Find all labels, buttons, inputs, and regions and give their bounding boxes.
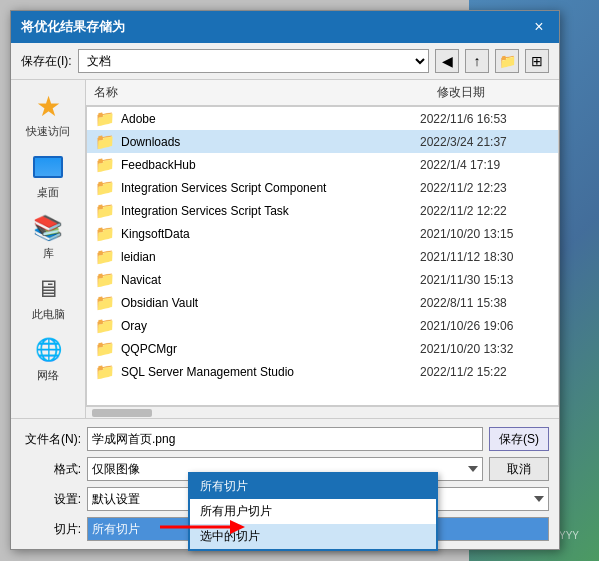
file-date: 2022/11/6 16:53 [420, 112, 550, 126]
network-icon: 🌐 [32, 334, 64, 366]
file-name: Oray [121, 319, 420, 333]
table-row[interactable]: 📁KingsoftData2021/10/20 13:15 [87, 222, 558, 245]
folder-icon: 📁 [95, 362, 115, 381]
folder-icon: 📁 [95, 178, 115, 197]
sidebar-item-quick-access[interactable]: ★ 快速访问 [16, 86, 81, 143]
table-row[interactable]: 📁Oray2021/10/26 19:06 [87, 314, 558, 337]
col-header-date[interactable]: 修改日期 [429, 83, 559, 102]
file-name: SQL Server Management Studio [121, 365, 420, 379]
table-row[interactable]: 📁Obsidian Vault2022/8/11 15:38 [87, 291, 558, 314]
file-name: Integration Services Script Task [121, 204, 420, 218]
view-button[interactable]: ⊞ [525, 49, 549, 73]
title-bar: 将优化结果存储为 × [11, 11, 559, 43]
sidebar-label-this-pc: 此电脑 [32, 307, 65, 322]
format-label: 格式: [21, 461, 81, 478]
file-name: FeedbackHub [121, 158, 420, 172]
desktop-icon [32, 151, 64, 183]
main-area: ★ 快速访问 桌面 📚 库 🖥 此电脑 [11, 80, 559, 418]
file-date: 2022/11/2 12:23 [420, 181, 550, 195]
new-folder-button[interactable]: 📁 [495, 49, 519, 73]
file-date: 2022/11/2 12:22 [420, 204, 550, 218]
folder-icon: 📁 [95, 132, 115, 151]
back-button[interactable]: ◀ [435, 49, 459, 73]
file-date: 2021/10/20 13:32 [420, 342, 550, 356]
table-row[interactable]: 📁Integration Services Script Task2022/11… [87, 199, 558, 222]
dropdown-item[interactable]: 所有切片 [190, 474, 436, 499]
sidebar-label-desktop: 桌面 [37, 185, 59, 200]
file-name: QQPCMgr [121, 342, 420, 356]
arrow-annotation [155, 512, 255, 545]
sidebar-item-desktop[interactable]: 桌面 [16, 147, 81, 204]
slices-label: 切片: [21, 521, 81, 538]
save-button[interactable]: 保存(S) [489, 427, 549, 451]
hscroll-area [86, 406, 559, 418]
folder-icon: 📁 [95, 224, 115, 243]
file-date: 2021/10/26 19:06 [420, 319, 550, 333]
table-row[interactable]: 📁leidian2021/11/12 18:30 [87, 245, 558, 268]
file-name: Adobe [121, 112, 420, 126]
filename-input[interactable] [87, 427, 483, 451]
column-headers: 名称 修改日期 [86, 80, 559, 106]
sidebar-item-library[interactable]: 📚 库 [16, 208, 81, 265]
file-date: 2021/11/30 15:13 [420, 273, 550, 287]
table-row[interactable]: 📁Downloads2022/3/24 21:37 [87, 130, 558, 153]
location-select[interactable]: 文档 [78, 49, 429, 73]
file-name: KingsoftData [121, 227, 420, 241]
settings-label: 设置: [21, 491, 81, 508]
sidebar-label-network: 网络 [37, 368, 59, 383]
table-row[interactable]: 📁QQPCMgr2021/10/20 13:32 [87, 337, 558, 360]
file-name: Downloads [121, 135, 420, 149]
toolbar: 保存在(I): 文档 ◀ ↑ 📁 ⊞ [11, 43, 559, 80]
file-date: 2022/8/11 15:38 [420, 296, 550, 310]
sidebar-label-quick-access: 快速访问 [26, 124, 70, 139]
col-header-name[interactable]: 名称 [86, 83, 429, 102]
folder-icon: 📁 [95, 293, 115, 312]
file-name: Obsidian Vault [121, 296, 420, 310]
file-date: 2022/1/4 17:19 [420, 158, 550, 172]
folder-icon: 📁 [95, 339, 115, 358]
sidebar-label-library: 库 [43, 246, 54, 261]
table-row[interactable]: 📁Integration Services Script Component20… [87, 176, 558, 199]
save-in-label: 保存在(I): [21, 53, 72, 70]
close-button[interactable]: × [529, 17, 549, 37]
folder-icon: 📁 [95, 155, 115, 174]
folder-icon: 📁 [95, 316, 115, 335]
folder-icon: 📁 [95, 247, 115, 266]
up-button[interactable]: ↑ [465, 49, 489, 73]
sidebar-item-network[interactable]: 🌐 网络 [16, 330, 81, 387]
file-date: 2021/11/12 18:30 [420, 250, 550, 264]
filename-label: 文件名(N): [21, 431, 81, 448]
sidebar: ★ 快速访问 桌面 📚 库 🖥 此电脑 [11, 80, 86, 418]
table-row[interactable]: 📁Adobe2022/11/6 16:53 [87, 107, 558, 130]
file-name: Navicat [121, 273, 420, 287]
file-list-area: 名称 修改日期 📁Adobe2022/11/6 16:53📁Downloads2… [86, 80, 559, 418]
svg-marker-1 [230, 520, 245, 534]
folder-icon: 📁 [95, 201, 115, 220]
library-icon: 📚 [32, 212, 64, 244]
star-icon: ★ [32, 90, 64, 122]
hscroll-thumb [92, 409, 152, 417]
file-date: 2022/11/2 15:22 [420, 365, 550, 379]
save-dialog: 将优化结果存储为 × 保存在(I): 文档 ◀ ↑ 📁 ⊞ ★ 快速访问 [10, 10, 560, 550]
table-row[interactable]: 📁FeedbackHub2022/1/4 17:19 [87, 153, 558, 176]
sidebar-item-this-pc[interactable]: 🖥 此电脑 [16, 269, 81, 326]
file-name: Integration Services Script Component [121, 181, 420, 195]
file-list[interactable]: 📁Adobe2022/11/6 16:53📁Downloads2022/3/24… [86, 106, 559, 406]
file-date: 2022/3/24 21:37 [420, 135, 550, 149]
folder-icon: 📁 [95, 109, 115, 128]
file-name: leidian [121, 250, 420, 264]
table-row[interactable]: 📁Navicat2021/11/30 15:13 [87, 268, 558, 291]
dialog-title: 将优化结果存储为 [21, 18, 125, 36]
filename-row: 文件名(N): 保存(S) [21, 427, 549, 451]
folder-icon: 📁 [95, 270, 115, 289]
table-row[interactable]: 📁SQL Server Management Studio2022/11/2 1… [87, 360, 558, 383]
pc-icon: 🖥 [32, 273, 64, 305]
cancel-button[interactable]: 取消 [489, 457, 549, 481]
file-date: 2021/10/20 13:15 [420, 227, 550, 241]
